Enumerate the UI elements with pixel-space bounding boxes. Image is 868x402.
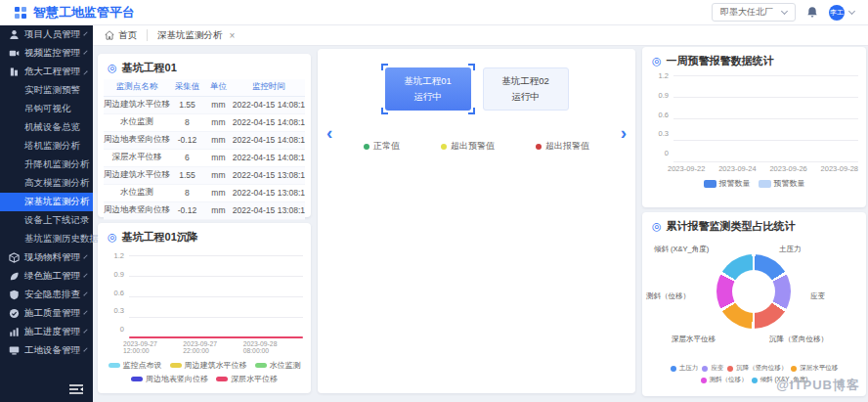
legend-item[interactable]: 报警数量 <box>704 178 751 189</box>
building-icon <box>9 67 20 77</box>
legend-item[interactable]: 沉降（竖向位移） <box>727 364 787 373</box>
leaf-icon <box>9 271 20 282</box>
sidebar-item-personnel[interactable]: 项目人员管理 <box>0 25 93 44</box>
weekly-alarm-plot-area <box>673 75 858 161</box>
monitor-table: 监测点名称 采集值 单位 监控时间 周边建筑水平位移 1.55 mm 2022-… <box>104 79 305 220</box>
sidebar-item-progress[interactable]: 施工进度管理 <box>0 323 93 341</box>
panel-title: ◎ 累计报警监测类型占比统计 <box>642 212 866 237</box>
pie-label: 测斜（位移） <box>646 291 690 301</box>
legend-item[interactable]: 测斜（位移） <box>701 376 748 384</box>
alarm-type-chart: 土压力 应变 沉降（竖向位移） 深层水平位移 测斜（位移） 倾斜 (X&Y_角度… <box>642 237 866 362</box>
sidebar-subitem[interactable]: 深基坑监测分析 <box>0 193 93 211</box>
sidebar-subitem[interactable]: 机械设备总览 <box>0 118 93 137</box>
sidebar-collapse-button[interactable] <box>68 383 84 397</box>
weekly-alarm-panel: ◎ 一周预警报警数据统计 1.2 0.9 0.6 0.3 0 2023-09-2… <box>642 47 866 207</box>
gridline <box>129 276 303 277</box>
sidebar-subitem[interactable]: 升降机监测分析 <box>0 156 93 174</box>
project-select[interactable]: 即墨大任北厂 <box>712 3 796 22</box>
carousel-prev-button[interactable]: ‹ <box>326 123 332 142</box>
sidebar-item-quality[interactable]: 施工质量管理 <box>0 304 93 323</box>
legend-marker <box>108 363 120 368</box>
home-icon <box>105 30 114 40</box>
table-header-row: 监测点名称 采集值 单位 监控时间 <box>104 79 305 96</box>
app-title: 智慧工地监管平台 <box>33 4 135 22</box>
legend-item[interactable]: 监控点布设 <box>108 360 162 371</box>
legend-marker <box>255 363 267 368</box>
legend-marker <box>170 363 182 368</box>
sidebar-subitem[interactable]: 塔机监测分析 <box>0 137 93 156</box>
pit-table-panel: ◎ 基坑工程01 监测点名称 采集值 单位 监控时间 周边建筑水平位移 1.55… <box>98 54 311 217</box>
gridline <box>673 161 858 162</box>
sidebar-submenu: 实时监测预警 吊钩可视化 机械设备总览 塔机监测分析 升降机监测分析 <box>0 81 93 248</box>
sidebar: 项目人员管理 视频监控管理 危大工程管理 实时监测预警 吊钩可视化 机械设备总览 <box>0 25 93 402</box>
legend-item[interactable]: 深层水平位移 <box>791 364 838 373</box>
settlement-chart-panel: ◎ 基坑工程01沉降 1.2 0.9 0.6 0.3 0 2023-09-27 … <box>98 223 311 393</box>
chevron-down-icon <box>83 347 87 351</box>
tab-divider <box>147 29 148 41</box>
sidebar-subitem[interactable]: 吊钩可视化 <box>0 100 93 118</box>
legend-item[interactable]: 水位监测 <box>255 360 301 371</box>
pit-carousel-panel: ‹ › 基坑工程01 运行中 基坑工程02 运行中 正常值 <box>318 49 635 393</box>
tab-bar: 首页 深基坑监测分析 × <box>93 25 868 46</box>
pie-label: 倾斜 (X&Y_角度) <box>654 245 709 254</box>
chevron-up-icon <box>83 70 87 74</box>
y-axis: 1.2 0.9 0.6 0.3 0 <box>106 251 129 334</box>
avatar[interactable]: 李工 <box>829 5 845 21</box>
x-axis: 2023-09-27 12:00:002023-09-27 22:00:0020… <box>123 340 303 354</box>
gridline <box>673 97 858 98</box>
legend-item[interactable]: 土压力 <box>671 364 699 373</box>
legend-item[interactable]: 深层水平位移 <box>216 374 278 384</box>
chevron-down-icon <box>781 8 788 15</box>
table-row: 周边建筑水平位移 1.55 mm 2022-04-15 13:08:12 <box>104 166 305 184</box>
user-menu[interactable]: 李工 <box>829 5 854 21</box>
legend-item[interactable]: 周边建筑水平位移 <box>170 360 247 371</box>
sidebar-subitem[interactable]: 基坑监测历史数据 <box>0 230 93 248</box>
sidebar-item-green-construction[interactable]: 绿色施工管理 <box>0 267 93 286</box>
pit-card-name: 基坑工程02 <box>501 75 549 88</box>
x-tick-label: 2023-09-27 12:00:00 <box>123 340 183 354</box>
sidebar-item-equipment[interactable]: 工地设备管理 <box>0 341 93 360</box>
legend-item[interactable]: 应变 <box>702 364 723 373</box>
status-legend-item: 超出报警值 <box>536 140 589 153</box>
legend-item[interactable]: 周边地表竖向位移 <box>131 374 208 384</box>
legend-marker <box>791 366 797 372</box>
sidebar-subitem[interactable]: 设备上下线记录 <box>0 211 93 230</box>
table-row: 周边建筑水平位移 1.55 mm 2022-04-15 14:08:12 <box>104 96 305 113</box>
pit-card-01[interactable]: 基坑工程01 运行中 <box>385 67 471 111</box>
chevron-down-icon <box>83 291 87 295</box>
sidebar-item-safety-hazard[interactable]: 安全隐患排查 <box>0 286 93 304</box>
alarm-type-donut[interactable] <box>716 254 791 329</box>
weekly-alarm-chart: 1.2 0.9 0.6 0.3 0 <box>642 75 866 161</box>
y-axis: 1.2 0.9 0.6 0.3 0 <box>650 71 673 157</box>
sidebar-item-video[interactable]: 视频监控管理 <box>0 44 93 63</box>
x-axis: 2023-09-222023-09-242023-09-262023-09-28 <box>668 164 858 173</box>
legend-marker <box>727 366 733 372</box>
table-row: 水位监测 8 mm 2022-04-15 13:08:12 <box>104 184 305 201</box>
sidebar-subitem[interactable]: 实时监测预警 <box>0 81 93 100</box>
x-tick-label: 2023-09-27 22:00:00 <box>183 340 242 354</box>
sidebar-subitem[interactable]: 高支模监测分析 <box>0 174 93 193</box>
legend-marker <box>752 378 758 383</box>
carousel-next-button[interactable]: › <box>621 123 627 142</box>
chevron-down-icon <box>83 310 87 314</box>
tab-deep-pit-analysis[interactable]: 深基坑监测分析 × <box>157 29 235 42</box>
chevron-down-icon <box>848 8 855 15</box>
tab-close-icon[interactable]: × <box>230 30 236 41</box>
bullseye-icon: ◎ <box>652 55 662 67</box>
pie-label: 沉降（竖向位移） <box>769 335 828 344</box>
chevron-down-icon <box>83 31 87 35</box>
x-tick-label: 2023-09-22 <box>668 164 705 173</box>
pit-card-name: 基坑工程01 <box>404 75 452 88</box>
pit-card-02[interactable]: 基坑工程02 运行中 <box>483 67 569 111</box>
tab-home[interactable]: 首页 <box>105 29 137 42</box>
chevron-down-icon <box>83 329 87 333</box>
settlement-chart: 1.2 0.9 0.6 0.3 0 <box>98 255 311 337</box>
legend-item[interactable]: 预警数量 <box>759 178 805 189</box>
video-camera-icon <box>9 48 20 59</box>
box-icon <box>9 252 20 263</box>
panel-title: ◎ 一周预警报警数据统计 <box>642 47 866 71</box>
panel-title: ◎ 基坑工程01 <box>98 54 311 78</box>
sidebar-item-danger-projects[interactable]: 危大工程管理 <box>0 63 93 81</box>
bell-icon[interactable] <box>806 6 818 19</box>
sidebar-item-materials[interactable]: 现场物料管理 <box>0 248 93 267</box>
